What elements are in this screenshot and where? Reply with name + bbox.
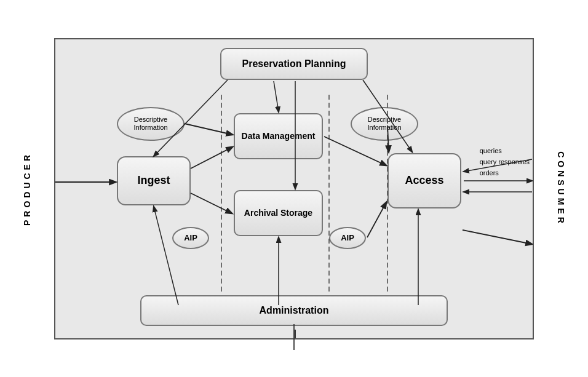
svg-line-19 bbox=[154, 207, 178, 305]
svg-line-6 bbox=[324, 137, 386, 165]
svg-line-8 bbox=[191, 193, 232, 213]
producer-label: PRODUCER bbox=[22, 151, 32, 225]
query-labels: queries query responses orders bbox=[480, 147, 530, 177]
svg-line-9 bbox=[367, 202, 386, 237]
query-responses-label: query responses bbox=[480, 158, 530, 165]
aip-left-oval: AIP bbox=[172, 227, 209, 249]
svg-line-5 bbox=[185, 124, 232, 135]
svg-line-16 bbox=[274, 81, 279, 112]
data-management-box: Data Management bbox=[234, 113, 323, 159]
archival-storage-box: Archival Storage bbox=[234, 190, 323, 236]
aip-right-oval: AIP bbox=[329, 227, 366, 249]
preservation-planning-box: Preservation Planning bbox=[220, 48, 368, 80]
svg-line-10 bbox=[463, 230, 532, 244]
orders-label: orders bbox=[480, 169, 530, 177]
oais-main-box: Preservation Planning Descriptive Inform… bbox=[54, 38, 534, 339]
queries-label: queries bbox=[480, 147, 530, 154]
access-box: Access bbox=[387, 153, 461, 208]
descriptive-info-right-oval: Descriptive Information bbox=[351, 107, 418, 141]
management-line bbox=[293, 324, 295, 350]
consumer-label: CONSUMER bbox=[556, 151, 566, 226]
descriptive-info-left-oval: Descriptive Information bbox=[117, 107, 185, 141]
administration-box: Administration bbox=[140, 295, 448, 326]
diagram-wrapper: PRODUCER CONSUMER SIP DIP Preservation P… bbox=[11, 17, 577, 361]
ingest-box: Ingest bbox=[117, 156, 191, 205]
svg-line-4 bbox=[191, 147, 232, 169]
